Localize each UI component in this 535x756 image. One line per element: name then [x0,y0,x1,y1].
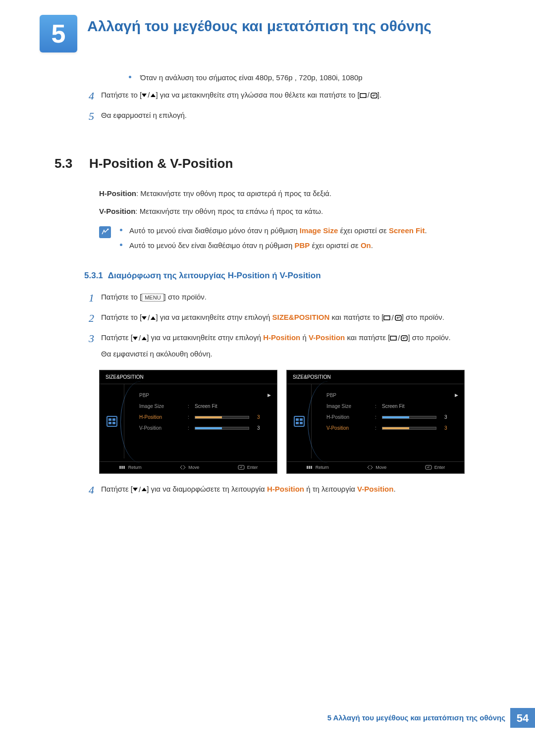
step-3-subtext: Θα εμφανιστεί η ακόλουθη οθόνη. [101,349,495,360]
svg-rect-8 [112,418,115,421]
osd-item-image-size: Image Size : Screen Fit [326,401,458,412]
footer-text: 5 Αλλαγή του μεγέθους και μετατόπιση της… [327,712,505,724]
osd-item-pbp: PBP ▶ [326,390,458,401]
svg-rect-18 [300,422,303,424]
enter-icon [238,465,245,470]
step-4a: 4 Πατήστε το [/] για να μετακινηθείτε στ… [84,88,495,104]
intro-bullet-text: Όταν η ανάλυση του σήματος είναι 480p, 5… [140,72,363,84]
svg-rect-15 [296,418,299,421]
svg-rect-11 [119,466,121,469]
osd-panel-vposition: SIZE&POSITION PBP ▶ Image S [286,370,465,474]
svg-rect-19 [307,466,308,469]
enter-icon [371,93,377,99]
chapter-number-badge: 5 [40,15,77,52]
menu-button-icon: MENU [142,294,163,302]
osd-slider [195,427,249,430]
bullet-dot-icon [120,229,122,231]
chapter-title: Αλλαγή του μεγέθους και μετατόπιση της ο… [87,15,431,36]
step-number: 4 [84,482,94,498]
osd-slider [382,427,436,430]
osd-item-hposition: H-Position : 3 [139,412,271,423]
step-5a: 5 Θα εφαρμοστεί η επιλογή. [84,108,495,124]
triangle-up-icon [151,94,156,97]
triangle-down-icon [142,94,147,97]
subsection-number: 5.3.1 [84,271,103,280]
step-number: 5 [84,108,94,124]
osd-return: Return [306,464,329,471]
svg-point-2 [107,228,109,230]
osd-item-pbp: PBP ▶ [139,390,271,401]
triangle-up-icon [151,316,156,320]
note-block: Αυτό το μενού είναι διαθέσιμο μόνο όταν … [99,225,495,255]
rect-icon [390,336,397,341]
svg-rect-0 [360,94,366,98]
osd-footer: Return Move Enter [100,461,277,473]
section-number: 5.3 [54,154,79,173]
step-number: 4 [84,88,94,104]
osd-slider [382,416,436,419]
vposition-desc: V-Position: Μετακινήστε την οθόνη προς τ… [99,206,495,217]
step-number: 1 [84,290,94,306]
return-icon [306,465,313,469]
svg-rect-9 [108,422,111,424]
osd-title: SIZE&POSITION [100,370,277,384]
osd-enter: Enter [425,464,445,471]
osd-pair: SIZE&POSITION PBP ▶ Image S [99,370,495,474]
osd-category-icon [107,416,117,427]
section-title: H-Position & V-Position [89,154,233,173]
svg-rect-5 [390,336,396,340]
step-4: 4 Πατήστε [/] για να διαμορφώσετε τη λει… [84,482,495,498]
enter-icon [425,465,432,470]
triangle-up-icon [142,488,147,491]
chevron-right-icon: ▶ [268,392,271,399]
svg-rect-10 [112,422,115,424]
osd-item-vposition: V-Position : 3 [139,423,271,434]
triangle-down-icon [133,337,138,340]
subsection-heading: 5.3.1Διαμόρφωση της λειτουργίας H-Positi… [84,269,495,282]
triangle-up-icon [142,337,147,340]
osd-category-icon [294,416,305,427]
osd-return: Return [119,464,142,471]
chapter-header: 5 Αλλαγή του μεγέθους και μετατόπιση της… [40,15,495,52]
step-number: 2 [84,310,94,326]
step-number: 3 [84,330,94,347]
page-footer: 5 Αλλαγή του μεγέθους και μετατόπιση της… [0,708,535,728]
move-icon [180,465,186,470]
note-line-2: Αυτό το μενού δεν είναι διαθέσιμο όταν η… [120,240,495,252]
return-icon [119,465,126,469]
osd-item-hposition: H-Position : 3 [326,412,458,423]
svg-rect-13 [123,466,125,469]
enter-icon [401,335,408,341]
osd-item-vposition: V-Position : 3 [326,423,458,434]
osd-panel-hposition: SIZE&POSITION PBP ▶ Image S [99,370,277,474]
osd-item-image-size: Image Size : Screen Fit [139,401,271,412]
step-text: Πατήστε το [/] για να μετακινηθείτε στη … [101,88,495,101]
osd-footer: Return Move Enter [287,461,464,473]
chevron-right-icon: ▶ [455,392,458,399]
triangle-down-icon [142,316,147,320]
svg-rect-3 [384,316,390,320]
osd-enter: Enter [238,464,258,471]
step-1: 1 Πατήστε το [MENU] στο προϊόν. [84,290,495,306]
move-icon [367,465,373,470]
svg-rect-12 [121,466,123,469]
bullet-dot-icon [120,244,122,246]
intro-bullet: Όταν η ανάλυση του σήματος είναι 480p, 5… [129,72,495,84]
step-text: Θα εφαρμοστεί η επιλογή. [101,108,495,121]
step-2: 2 Πατήστε το [/] για να μετακινηθείτε στ… [84,310,495,326]
triangle-down-icon [133,488,138,491]
enter-icon [395,315,402,321]
rect-icon [360,93,367,98]
hposition-desc: H-Position: Μετακινήστε την οθόνη προς τ… [99,188,495,200]
osd-move: Move [367,464,386,471]
svg-rect-17 [296,422,299,424]
note-line-1: Αυτό το μενού είναι διαθέσιμο μόνο όταν … [120,225,495,237]
section-heading: 5.3 H-Position & V-Position [54,154,495,173]
note-icon [99,226,111,238]
osd-move: Move [180,464,199,471]
svg-rect-16 [300,418,303,421]
svg-rect-7 [108,418,111,421]
svg-rect-21 [311,466,312,469]
rect-icon [383,315,390,320]
osd-slider [195,416,249,419]
